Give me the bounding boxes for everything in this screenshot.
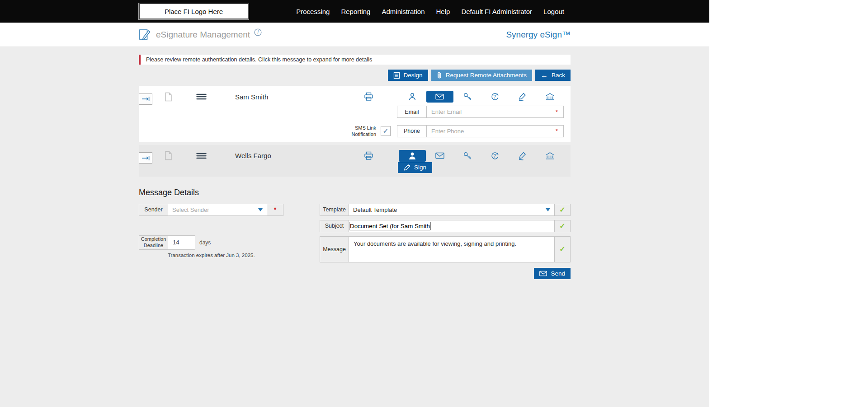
message-textarea[interactable]: Your documents are available for viewing… xyxy=(349,237,554,262)
document-icon xyxy=(165,151,172,160)
drag-handle-icon[interactable] xyxy=(196,94,207,100)
sender-select[interactable]: Select Sender xyxy=(168,204,267,215)
drag-handle-icon[interactable] xyxy=(196,153,207,159)
template-label: Template xyxy=(320,204,349,215)
signing-method-selector: ? xyxy=(398,150,564,162)
phone-input[interactable] xyxy=(427,126,550,137)
signature-pad-button[interactable] xyxy=(509,150,536,162)
design-button-label: Design xyxy=(404,72,423,79)
brand-name: Synergy eSign™ xyxy=(506,30,571,40)
phone-label: Phone xyxy=(397,126,427,137)
message-row: Message Your documents are available for… xyxy=(320,236,571,262)
envelope-icon xyxy=(435,94,444,100)
authentication-key-button[interactable] xyxy=(453,90,481,103)
design-button[interactable]: Design xyxy=(388,70,428,81)
page-header: eSignature Management i Synergy eSign™ xyxy=(0,23,709,47)
email-input[interactable] xyxy=(427,106,550,117)
svg-text:?: ? xyxy=(494,153,496,158)
svg-text:i: i xyxy=(257,30,259,35)
in-branch-signing-button[interactable] xyxy=(536,90,564,103)
branch-building-icon xyxy=(545,151,555,160)
envelope-icon xyxy=(435,152,444,159)
check-icon: ✓ xyxy=(559,245,565,253)
paperclip-icon xyxy=(437,71,442,79)
recipient-card-wells-fargo: Wells Fargo xyxy=(139,145,571,177)
esignature-document-icon xyxy=(139,28,151,41)
signature-pad-button[interactable] xyxy=(509,90,536,103)
send-envelope-icon xyxy=(539,271,547,276)
chevron-down-icon xyxy=(258,208,263,211)
email-required-cell: * xyxy=(550,106,563,117)
notification-text: Please review remote authentication deta… xyxy=(146,56,372,63)
back-arrow-icon: ← xyxy=(541,72,548,79)
fi-logo-text: Place FI Logo Here xyxy=(165,8,223,15)
print-icon[interactable] xyxy=(364,92,373,101)
completion-deadline-input[interactable] xyxy=(168,236,195,249)
sign-pen-icon xyxy=(404,164,411,171)
sender-selected-value: Select Sender xyxy=(172,206,255,213)
template-select[interactable]: Default Template xyxy=(349,204,554,215)
remote-signing-button-selected[interactable] xyxy=(426,90,453,103)
notification-banner[interactable]: Please review remote authentication deta… xyxy=(139,55,571,65)
page-title: eSignature Management xyxy=(156,30,250,40)
in-person-signing-button[interactable] xyxy=(398,90,426,103)
nav-logout[interactable]: Logout xyxy=(543,8,564,15)
nav-reporting[interactable]: Reporting xyxy=(341,8,370,15)
message-label: Message xyxy=(320,237,349,262)
check-icon: ✓ xyxy=(559,222,565,230)
template-valid-indicator: ✓ xyxy=(554,204,570,215)
sender-label: Sender xyxy=(139,204,168,215)
message-valid-indicator: ✓ xyxy=(554,237,570,262)
key-icon xyxy=(463,92,472,101)
nav-processing[interactable]: Processing xyxy=(296,8,330,15)
nav-administration[interactable]: Administration xyxy=(382,8,425,15)
print-icon[interactable] xyxy=(364,151,373,160)
in-branch-signing-button[interactable] xyxy=(536,150,564,162)
branch-building-icon xyxy=(545,92,555,101)
subject-input[interactable] xyxy=(349,222,431,230)
authentication-key-button[interactable] xyxy=(453,150,481,162)
document-icon xyxy=(165,92,172,102)
security-questions-button[interactable]: ? xyxy=(481,150,509,162)
message-details-heading: Message Details xyxy=(139,188,571,197)
required-mark: * xyxy=(556,127,558,135)
subject-label: Subject xyxy=(320,220,349,232)
signing-order-button[interactable] xyxy=(139,152,152,164)
send-button-label: Send xyxy=(551,270,565,277)
sign-button-label: Sign xyxy=(414,164,426,171)
subject-row: Subject ✓ xyxy=(320,220,571,232)
security-questions-button[interactable]: ? xyxy=(481,90,509,103)
back-button[interactable]: ← Back xyxy=(535,70,571,81)
subject-valid-indicator: ✓ xyxy=(554,220,570,232)
sender-required-cell: * xyxy=(267,204,283,215)
in-person-signing-button-selected[interactable] xyxy=(398,150,426,162)
checkbox-check-icon: ✓ xyxy=(383,127,389,135)
completion-deadline-row: Completion Deadline days xyxy=(139,235,320,250)
signing-order-button[interactable] xyxy=(139,94,152,105)
email-label: Email xyxy=(397,106,427,117)
nav-current-user[interactable]: Default FI Administrator xyxy=(461,8,532,15)
sign-button[interactable]: Sign xyxy=(398,162,432,173)
design-document-icon xyxy=(393,72,400,79)
chevron-down-icon xyxy=(546,208,550,211)
deadline-unit-label: days xyxy=(199,239,211,246)
nav-help[interactable]: Help xyxy=(436,8,450,15)
app-window: Place FI Logo Here Processing Reporting … xyxy=(0,0,709,407)
send-button[interactable]: Send xyxy=(534,268,571,279)
main-nav: Processing Reporting Administration Help… xyxy=(296,8,564,15)
question-refresh-icon: ? xyxy=(490,92,500,101)
request-remote-attachments-button[interactable]: Request Remote Attachments xyxy=(431,70,532,81)
fi-logo-placeholder: Place FI Logo Here xyxy=(139,3,249,19)
sms-notification-checkbox[interactable]: ✓ xyxy=(381,126,391,136)
info-icon[interactable]: i xyxy=(254,28,262,36)
recipient-card-sam-smith: Sam Smith xyxy=(139,86,571,142)
required-mark: * xyxy=(274,206,276,213)
signature-pen-icon xyxy=(518,92,528,101)
sender-row: Sender Select Sender * xyxy=(139,204,320,216)
required-mark: * xyxy=(556,108,558,116)
question-refresh-icon: ? xyxy=(490,151,500,160)
remote-signing-button[interactable] xyxy=(426,150,453,162)
sms-link-notification-label: SMS Link Notification xyxy=(347,125,376,138)
sms-phone-row: SMS Link Notification ✓ Phone * xyxy=(139,125,564,138)
email-field-row: Email * xyxy=(139,106,564,118)
